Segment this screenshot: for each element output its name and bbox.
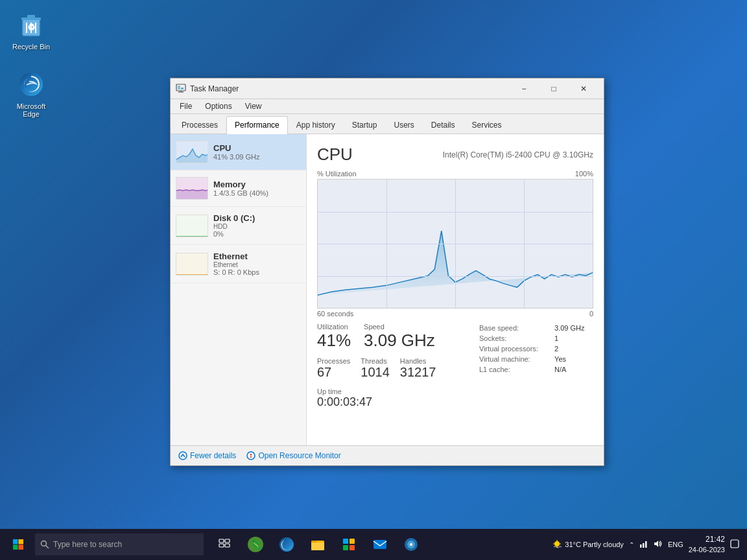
notification-icon[interactable] <box>730 539 739 550</box>
cpu-sidebar-info: CPU 41% 3.09 GHz <box>213 143 301 161</box>
minimize-button[interactable]: − <box>509 78 539 99</box>
svg-line-26 <box>46 546 49 549</box>
maximize-button[interactable]: □ <box>539 78 569 99</box>
sidebar-cpu[interactable]: CPU 41% 3.09 GHz <box>171 134 306 170</box>
uptime-label: Up time <box>317 388 477 395</box>
ms-store-taskbar-icon[interactable] <box>335 530 363 559</box>
open-resource-monitor-button[interactable]: Open Resource Monitor <box>246 451 340 460</box>
chart-utilization-label: % Utilization <box>317 170 357 178</box>
svg-point-20 <box>250 456 252 458</box>
speed-label: Speed <box>364 323 435 331</box>
l1-label-cell: L1 cache: <box>477 364 552 375</box>
file-explorer-taskbar-icon[interactable] <box>303 530 332 559</box>
virtual-proc-row: Virtual processors: 2 <box>477 344 593 354</box>
ethernet-sidebar-sub2: Ethernet <box>213 261 301 268</box>
sockets-label-cell: Sockets: <box>477 333 552 344</box>
tab-app-history[interactable]: App history <box>288 116 344 134</box>
ethernet-sidebar-name: Ethernet <box>213 251 301 261</box>
cpu-sidebar-sub: 41% 3.09 GHz <box>213 153 301 161</box>
sidebar-disk[interactable]: Disk 0 (C:) HDD 0% <box>171 207 306 245</box>
base-speed-value-cell: 3.09 GHz <box>552 323 593 333</box>
taskbar: Type here to search 🦎 <box>0 529 747 560</box>
chart-labels: % Utilization 100% <box>317 170 593 178</box>
recycle-bin-icon[interactable]: ♻ Recycle Bin <box>5 5 57 54</box>
fewer-details-button[interactable]: Fewer details <box>178 451 236 460</box>
stats-right-section: Base speed: 3.09 GHz Sockets: 1 Virtual … <box>477 323 593 409</box>
svg-rect-22 <box>19 539 24 544</box>
grid-line-v1 <box>386 180 387 308</box>
chart-time-labels: 60 seconds 0 <box>317 310 593 318</box>
language-indicator[interactable]: ENG <box>668 541 683 548</box>
utilization-label: Utilization <box>317 323 351 331</box>
base-speed-label-cell: Base speed: <box>477 323 552 333</box>
svg-marker-52 <box>654 541 658 547</box>
tab-processes[interactable]: Processes <box>173 116 226 134</box>
svg-rect-40 <box>374 540 386 549</box>
game-taskbar-icon[interactable]: 🦎 <box>241 530 270 559</box>
cpu-model: Intel(R) Core(TM) i5-2400 CPU @ 3.10GHz <box>443 150 593 159</box>
handles-label: Handles <box>400 357 436 365</box>
tab-performance[interactable]: Performance <box>226 116 288 134</box>
task-view-button[interactable] <box>210 530 239 559</box>
threads-value: 1014 <box>361 365 390 380</box>
weather-icon <box>552 539 562 550</box>
sidebar-memory[interactable]: Memory 1.4/3.5 GB (40%) <box>171 170 306 207</box>
svg-rect-28 <box>225 539 230 542</box>
svg-rect-2 <box>27 15 35 18</box>
taskbar-clock[interactable]: 21:42 24-06-2023 <box>689 534 725 555</box>
mail-taskbar-icon[interactable] <box>366 530 394 559</box>
clock-date: 24-06-2023 <box>689 545 725 555</box>
l1-row: L1 cache: N/A <box>477 364 593 375</box>
edge-image <box>16 69 47 100</box>
desktop: ♻ Recycle Bin Microsoft Edge <box>0 0 747 529</box>
utilization-stat: Utilization 41% <box>317 323 351 351</box>
utilization-value: 41% <box>317 331 351 351</box>
performance-sidebar: CPU 41% 3.09 GHz Memory <box>171 134 307 445</box>
tray-chevron[interactable]: ⌃ <box>629 541 634 548</box>
svg-rect-35 <box>311 542 324 550</box>
handles-stat: Handles 31217 <box>400 357 436 380</box>
options-menu[interactable]: Options <box>198 99 238 113</box>
processes-value: 67 <box>317 365 350 380</box>
close-button[interactable]: ✕ <box>569 78 599 99</box>
title-bar: Task Manager − □ ✕ <box>171 78 604 99</box>
network-icon[interactable] <box>639 539 648 550</box>
speed-stat: Speed 3.09 GHz <box>364 323 435 351</box>
taskbar-search[interactable]: Type here to search <box>35 533 204 555</box>
svg-rect-30 <box>225 544 230 547</box>
svg-rect-53 <box>731 540 739 548</box>
misc-icon <box>403 537 419 552</box>
svg-rect-50 <box>643 543 645 548</box>
edge-desktop-icon[interactable]: Microsoft Edge <box>5 65 57 122</box>
view-menu[interactable]: View <box>239 99 268 113</box>
virtual-proc-value-cell: 2 <box>552 344 593 354</box>
misc-taskbar-icon[interactable] <box>397 530 425 559</box>
edge-label: Microsoft Edge <box>9 102 53 118</box>
tab-services[interactable]: Services <box>464 116 510 134</box>
edge-taskbar-icon[interactable] <box>272 530 301 559</box>
volume-icon-svg <box>654 539 663 548</box>
svg-rect-16 <box>176 253 208 275</box>
svg-rect-29 <box>219 544 224 547</box>
file-explorer-icon <box>310 537 326 552</box>
svg-rect-24 <box>19 545 24 550</box>
uptime-value: 0:00:03:47 <box>317 395 477 409</box>
disk-mini-chart <box>176 215 208 237</box>
weather-widget[interactable]: 31°C Partly cloudy <box>552 539 624 550</box>
cpu-main-panel: CPU Intel(R) Core(TM) i5-2400 CPU @ 3.10… <box>307 134 604 445</box>
tab-startup[interactable]: Startup <box>344 116 386 134</box>
svg-rect-38 <box>343 545 348 550</box>
svg-rect-27 <box>219 539 224 542</box>
base-speed-row: Base speed: 3.09 GHz <box>477 323 593 333</box>
chart-time-left: 60 seconds <box>317 310 353 318</box>
file-menu[interactable]: File <box>173 99 198 113</box>
handles-value: 31217 <box>400 365 436 380</box>
virtual-proc-label-cell: Virtual processors: <box>477 344 552 354</box>
l1-value-cell: N/A <box>552 364 593 375</box>
search-icon <box>40 540 49 549</box>
tab-details[interactable]: Details <box>423 116 464 134</box>
tab-users[interactable]: Users <box>385 116 422 134</box>
sidebar-ethernet[interactable]: Ethernet Ethernet S: 0 R: 0 Kbps <box>171 245 306 283</box>
start-button[interactable] <box>3 529 34 560</box>
volume-icon[interactable] <box>654 539 663 550</box>
